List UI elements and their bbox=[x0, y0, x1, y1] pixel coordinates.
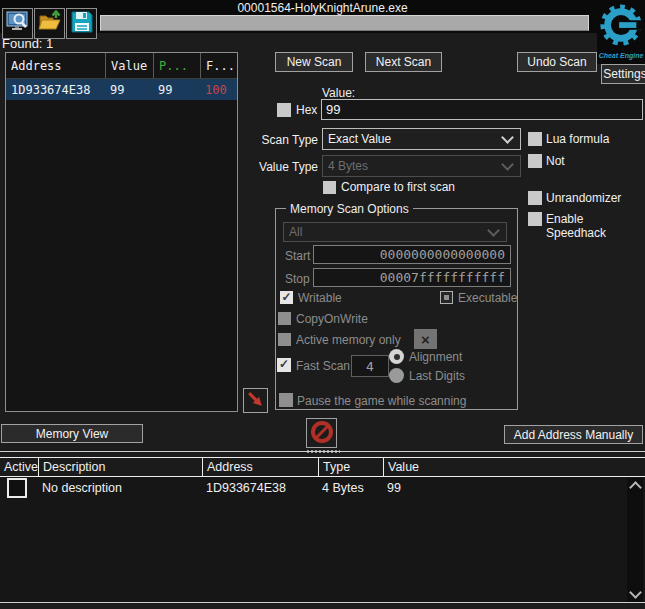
found-header-first[interactable]: F... bbox=[200, 53, 236, 78]
radio-dot bbox=[394, 354, 400, 360]
cheat-engine-logo[interactable]: Cheat Engine bbox=[597, 0, 645, 64]
active-cell bbox=[0, 478, 38, 498]
compare-first-scan-checkbox[interactable] bbox=[323, 181, 336, 194]
start-label: Start bbox=[285, 249, 310, 263]
unrandomizer-label: Unrandomizer bbox=[546, 191, 621, 205]
alignment-radio[interactable] bbox=[389, 349, 404, 364]
found-row-value: 99 bbox=[105, 79, 153, 100]
new-scan-button[interactable]: New Scan bbox=[275, 52, 353, 72]
cheat-engine-logo-label: Cheat Engine bbox=[597, 52, 645, 59]
alignment-label: Alignment bbox=[409, 350, 462, 364]
add-selected-addresses-button[interactable] bbox=[243, 388, 268, 413]
row-address: 1D933674E38 bbox=[202, 478, 318, 498]
select-process-icon bbox=[6, 10, 30, 37]
found-row-first: 100 bbox=[200, 79, 236, 100]
compare-first-scan-label: Compare to first scan bbox=[341, 180, 455, 194]
stop-label: Stop bbox=[285, 272, 310, 286]
last-digits-radio[interactable] bbox=[389, 368, 404, 383]
divider bbox=[0, 451, 645, 452]
scan-region-selected: All bbox=[289, 225, 302, 239]
found-header-previous[interactable]: P... bbox=[153, 53, 200, 78]
address-table-header: Active Description Address Type Value bbox=[0, 457, 645, 477]
address-list: No description 1D933674E38 4 Bytes 99 bbox=[0, 477, 645, 602]
lua-formula-checkbox[interactable] bbox=[528, 132, 542, 146]
found-list-header: Address Value P... F... bbox=[6, 53, 237, 79]
scroll-up-icon[interactable] bbox=[629, 481, 642, 494]
no-entry-icon bbox=[310, 420, 334, 447]
not-checkbox[interactable] bbox=[528, 154, 542, 168]
no-entry-button[interactable] bbox=[306, 418, 337, 448]
value-type-selected: 4 Bytes bbox=[328, 159, 368, 173]
header-description[interactable]: Description bbox=[38, 458, 202, 476]
row-type: 4 Bytes bbox=[318, 478, 383, 498]
found-header-value[interactable]: Value bbox=[105, 53, 153, 78]
hex-checkbox[interactable] bbox=[277, 103, 291, 117]
writable-label: Writable bbox=[298, 291, 342, 305]
copyonwrite-checkbox[interactable] bbox=[278, 312, 291, 325]
x-icon: × bbox=[421, 331, 430, 348]
copyonwrite-label: CopyOnWrite bbox=[296, 312, 368, 326]
found-row[interactable]: 1D933674E38 99 99 100 bbox=[6, 79, 237, 100]
next-scan-button[interactable]: Next Scan bbox=[365, 52, 442, 72]
vertical-scrollbar[interactable] bbox=[627, 478, 643, 602]
settings-button[interactable]: Settings bbox=[601, 64, 645, 84]
open-file-icon bbox=[38, 10, 62, 37]
row-description: No description bbox=[38, 478, 202, 498]
scan-type-label: Scan Type bbox=[238, 133, 318, 147]
found-row-address: 1D933674E38 bbox=[6, 79, 105, 100]
lua-formula-label: Lua formula bbox=[546, 132, 609, 146]
chevron-down-icon bbox=[501, 131, 514, 144]
row-value: 99 bbox=[383, 478, 627, 498]
stop-address-input[interactable] bbox=[313, 268, 511, 287]
executable-label: Executable bbox=[458, 291, 517, 305]
save-file-button[interactable] bbox=[66, 8, 97, 39]
scan-region-dropdown: All bbox=[283, 222, 507, 242]
cheat-engine-window: 00001564-HolyKnightArune.exe bbox=[0, 0, 645, 609]
fast-scan-label: Fast Scan bbox=[296, 359, 350, 373]
memory-scan-options-title: Memory Scan Options bbox=[286, 202, 413, 216]
memory-view-button[interactable]: Memory View bbox=[1, 424, 143, 443]
chevron-down-icon bbox=[501, 158, 514, 171]
address-row[interactable]: No description 1D933674E38 4 Bytes 99 bbox=[0, 478, 627, 498]
not-label: Not bbox=[546, 154, 565, 168]
chevron-down-icon bbox=[487, 224, 500, 237]
pause-game-label: Pause the game while scanning bbox=[297, 394, 466, 408]
executable-checkbox[interactable] bbox=[440, 291, 453, 304]
writable-checkbox[interactable]: ✓ bbox=[280, 291, 293, 304]
check-icon: ✓ bbox=[281, 290, 291, 304]
pause-game-checkbox[interactable] bbox=[279, 393, 293, 407]
active-memory-checkbox[interactable] bbox=[278, 333, 291, 346]
header-address[interactable]: Address bbox=[202, 458, 318, 476]
add-address-manually-button[interactable]: Add Address Manually bbox=[504, 425, 643, 444]
fast-scan-alignment-input[interactable] bbox=[351, 355, 389, 377]
enable-speedhack-label: Enable Speedhack bbox=[546, 212, 645, 240]
found-row-previous: 99 bbox=[153, 79, 200, 100]
start-address-input[interactable] bbox=[313, 245, 511, 264]
found-header-address[interactable]: Address bbox=[6, 53, 105, 78]
open-file-button[interactable] bbox=[34, 8, 65, 39]
enable-speedhack-checkbox[interactable] bbox=[528, 212, 542, 226]
active-memory-label: Active memory only bbox=[296, 333, 401, 347]
scan-type-dropdown[interactable]: Exact Value bbox=[322, 128, 521, 150]
red-arrow-icon bbox=[246, 390, 265, 412]
header-active[interactable]: Active bbox=[0, 458, 38, 476]
fast-scan-checkbox[interactable]: ✓ bbox=[277, 358, 291, 372]
scan-progress-bar bbox=[100, 15, 589, 31]
select-process-button[interactable] bbox=[2, 8, 33, 39]
value-input[interactable] bbox=[321, 99, 643, 120]
check-icon: ✓ bbox=[279, 357, 289, 371]
last-digits-label: Last Digits bbox=[409, 369, 465, 383]
divider bbox=[0, 602, 645, 603]
found-count-label: Found: 1 bbox=[2, 36, 53, 51]
unrandomizer-checkbox[interactable] bbox=[528, 191, 542, 205]
header-type[interactable]: Type bbox=[318, 458, 383, 476]
clear-button[interactable]: × bbox=[414, 329, 437, 349]
active-checkbox[interactable] bbox=[7, 478, 27, 498]
undo-scan-button[interactable]: Undo Scan bbox=[517, 52, 597, 72]
header-value[interactable]: Value bbox=[383, 458, 645, 476]
value-type-label: Value Type bbox=[238, 160, 318, 174]
indeterminate-fill bbox=[444, 295, 449, 300]
hex-label: Hex bbox=[296, 103, 317, 117]
value-type-dropdown: 4 Bytes bbox=[322, 155, 521, 177]
scroll-down-icon[interactable] bbox=[629, 586, 642, 599]
